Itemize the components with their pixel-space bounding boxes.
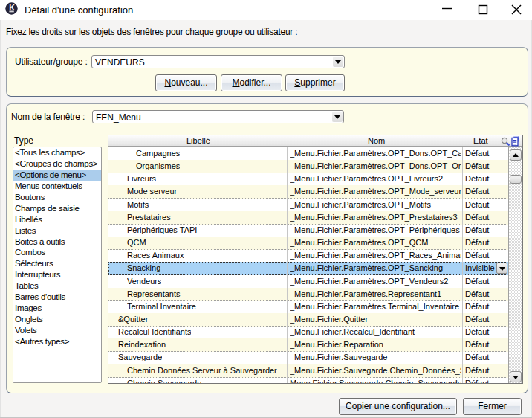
svg-text:K: K (9, 3, 15, 12)
